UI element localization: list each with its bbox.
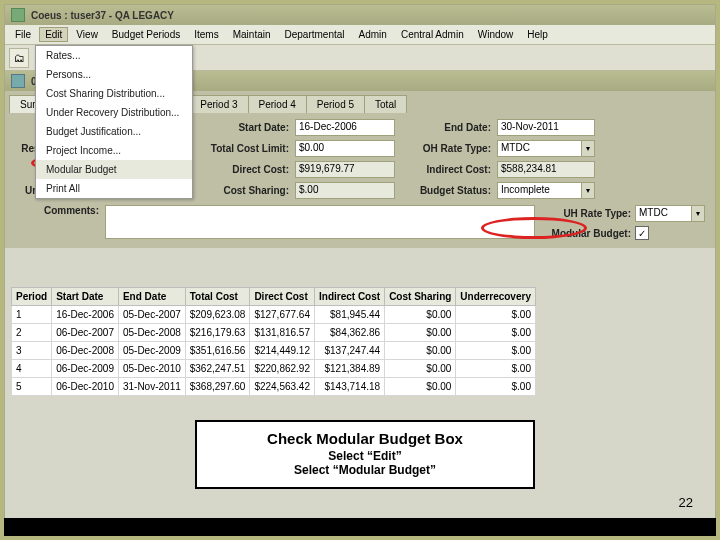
label-uh-rate-type: UH Rate Type: [541,208,631,219]
table-row[interactable]: 206-Dec-200705-Dec-2008$216,179.63$131,8… [12,324,536,342]
value-direct-cost: $919,679.77 [295,161,395,178]
table-cell: $.00 [456,324,536,342]
label-modular-budget: Modular Budget: [541,228,631,239]
label-direct-cost: Direct Cost: [199,164,289,175]
table-cell: $216,179.63 [185,324,250,342]
col-period[interactable]: Period [12,288,52,306]
table-cell: $0.00 [385,342,456,360]
chevron-down-icon[interactable]: ▾ [581,182,595,199]
select-oh-rate-type[interactable]: MTDC ▾ [497,140,595,157]
tab-period-4[interactable]: Period 4 [248,95,307,113]
table-cell: $224,563.42 [250,378,315,396]
menu-file[interactable]: File [9,27,37,42]
edit-menu-project-income[interactable]: Project Income... [36,141,192,160]
col-end-date[interactable]: End Date [118,288,185,306]
value-indirect-cost: $588,234.81 [497,161,595,178]
edit-menu-persons[interactable]: Persons... [36,65,192,84]
table-cell: $131,816.57 [250,324,315,342]
table-cell: $0.00 [385,306,456,324]
chevron-down-icon[interactable]: ▾ [691,205,705,222]
col-direct-cost[interactable]: Direct Cost [250,288,315,306]
chevron-down-icon[interactable]: ▾ [581,140,595,157]
callout-title: Check Modular Budget Box [203,430,527,447]
modular-budget-checkbox-wrap[interactable]: ✓ [635,226,705,240]
table-cell: 1 [12,306,52,324]
edit-menu-modular-budget[interactable]: Modular Budget [36,160,192,179]
table-cell: 16-Dec-2006 [52,306,119,324]
edit-menu-under-recovery[interactable]: Under Recovery Distribution... [36,103,192,122]
menu-central-admin[interactable]: Central Admin [395,27,470,42]
input-start-date[interactable]: 16-Dec-2006 [295,119,395,136]
tab-period-5[interactable]: Period 5 [306,95,365,113]
menu-maintain[interactable]: Maintain [227,27,277,42]
label-cost-sharing: Cost Sharing: [199,185,289,196]
table-cell: $362,247.51 [185,360,250,378]
tool-btn-1[interactable]: 🗂 [9,48,29,68]
table-row[interactable]: 306-Dec-200805-Dec-2009$351,616.56$214,4… [12,342,536,360]
label-indirect-cost: Indirect Cost: [401,164,491,175]
edit-menu-cost-sharing[interactable]: Cost Sharing Distribution... [36,84,192,103]
table-cell: 06-Dec-2007 [52,324,119,342]
table-cell: 05-Dec-2007 [118,306,185,324]
col-cost-sharing[interactable]: Cost Sharing [385,288,456,306]
menu-window[interactable]: Window [472,27,520,42]
table-cell: $81,945.44 [315,306,385,324]
menu-admin[interactable]: Admin [353,27,393,42]
table-cell: $127,677.64 [250,306,315,324]
table-row[interactable]: 406-Dec-200905-Dec-2010$362,247.51$220,8… [12,360,536,378]
table-cell: 05-Dec-2009 [118,342,185,360]
table-cell: 2 [12,324,52,342]
table-cell: $0.00 [385,324,456,342]
table-row[interactable]: 506-Dec-201031-Nov-2011$368,297.60$224,5… [12,378,536,396]
edit-menu-dropdown: Rates... Persons... Cost Sharing Distrib… [35,45,193,199]
table-cell: 4 [12,360,52,378]
table-cell: 05-Dec-2010 [118,360,185,378]
table-cell: 3 [12,342,52,360]
col-indirect-cost[interactable]: Indirect Cost [315,288,385,306]
table-cell: 31-Nov-2011 [118,378,185,396]
edit-menu-print-all[interactable]: Print All [36,179,192,198]
table-cell: $214,449.12 [250,342,315,360]
periods-table: Period Start Date End Date Total Cost Di… [11,287,536,396]
menu-view[interactable]: View [70,27,104,42]
menu-budget-periods[interactable]: Budget Periods [106,27,186,42]
table-cell: $368,297.60 [185,378,250,396]
table-cell: $84,362.86 [315,324,385,342]
menu-edit[interactable]: Edit [39,27,68,42]
tab-period-3[interactable]: Period 3 [189,95,248,113]
col-underrecovery[interactable]: Underrecovery [456,288,536,306]
edit-menu-rates[interactable]: Rates... [36,46,192,65]
table-cell: $0.00 [385,378,456,396]
table-row[interactable]: 116-Dec-200605-Dec-2007$209,623.08$127,6… [12,306,536,324]
edit-menu-budget-justification[interactable]: Budget Justification... [36,122,192,141]
select-budget-status[interactable]: Incomplete ▾ [497,182,595,199]
callout-line-1: Select “Edit” [203,449,527,463]
table-cell: $351,616.56 [185,342,250,360]
app-window: Coeus : tuser37 - QA LEGACY File Edit Vi… [4,4,716,536]
app-icon [11,8,25,22]
col-total-cost[interactable]: Total Cost [185,288,250,306]
modular-budget-checkbox[interactable]: ✓ [635,226,649,240]
menubar: File Edit View Budget Periods Items Main… [5,25,715,45]
table-cell: $0.00 [385,360,456,378]
col-start-date[interactable]: Start Date [52,288,119,306]
menu-items[interactable]: Items [188,27,224,42]
menu-help[interactable]: Help [521,27,554,42]
table-cell: $220,862.92 [250,360,315,378]
table-cell: $121,384.89 [315,360,385,378]
select-oh-rate-type-value: MTDC [497,140,581,157]
menu-departmental[interactable]: Departmental [279,27,351,42]
input-total-cost-limit[interactable]: $0.00 [295,140,395,157]
label-budget-status: Budget Status: [401,185,491,196]
textarea-comments[interactable] [105,205,535,239]
table-cell: $143,714.18 [315,378,385,396]
page-number: 22 [679,495,693,510]
table-cell: 06-Dec-2009 [52,360,119,378]
input-end-date[interactable]: 30-Nov-2011 [497,119,595,136]
select-uh-rate-type[interactable]: MTDC ▾ [635,205,705,222]
table-cell: $.00 [456,342,536,360]
table-cell: $137,247.44 [315,342,385,360]
tab-total[interactable]: Total [364,95,407,113]
table-cell: $.00 [456,360,536,378]
label-total-cost-limit: Total Cost Limit: [199,143,289,154]
